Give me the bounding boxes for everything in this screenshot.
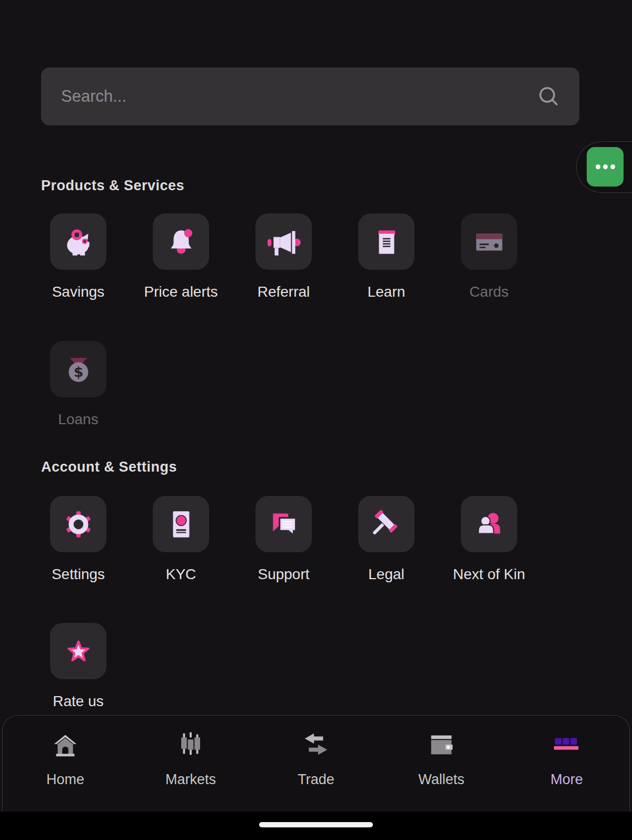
tile-cards[interactable]: Cards bbox=[461, 213, 517, 300]
search-bar[interactable] bbox=[41, 67, 579, 125]
trade-icon bbox=[300, 730, 332, 759]
nav-item-trade[interactable]: Trade bbox=[253, 730, 379, 812]
referral-icon bbox=[266, 224, 301, 259]
nav-item-wallets[interactable]: Wallets bbox=[379, 730, 504, 812]
nav-label: Home bbox=[46, 771, 84, 788]
tile-savings[interactable]: Savings bbox=[50, 213, 106, 300]
section-title-products: Products & Services bbox=[41, 178, 184, 194]
account-row-1: Settings KYC bbox=[50, 496, 517, 583]
floating-actions-pill bbox=[576, 141, 632, 193]
tile-label: Next of Kin bbox=[453, 566, 525, 583]
cards-icon bbox=[472, 224, 507, 259]
tile-label: Settings bbox=[52, 566, 105, 583]
price-alerts-icon bbox=[164, 224, 199, 259]
nav-item-markets[interactable]: Markets bbox=[128, 730, 253, 812]
nav-label: Markets bbox=[165, 771, 216, 788]
ellipsis-icon bbox=[596, 164, 615, 169]
tile-label: Rate us bbox=[53, 693, 104, 710]
learn-icon bbox=[369, 224, 404, 259]
more-icon bbox=[550, 730, 583, 759]
wallets-icon bbox=[425, 730, 458, 759]
legal-icon bbox=[369, 507, 404, 542]
search-icon bbox=[537, 85, 559, 108]
tile-learn[interactable]: Learn bbox=[358, 213, 414, 300]
tile-rate-us[interactable]: Rate us bbox=[50, 623, 106, 710]
home-indicator[interactable] bbox=[259, 822, 373, 827]
tile-next-of-kin[interactable]: Next of Kin bbox=[461, 496, 517, 583]
more-page: Products & Services Savings bbox=[0, 0, 632, 840]
section-title-account: Account & Settings bbox=[41, 459, 177, 475]
rate-us-icon bbox=[61, 634, 96, 669]
tile-referral[interactable]: Referral bbox=[255, 213, 312, 300]
tile-settings[interactable]: Settings bbox=[50, 496, 106, 583]
account-row-2: Rate us bbox=[50, 623, 106, 710]
gesture-strip bbox=[0, 812, 632, 840]
support-icon bbox=[266, 507, 301, 542]
tile-label: Loans bbox=[58, 411, 98, 428]
products-row-2: $ Loans bbox=[50, 341, 106, 428]
bottom-nav: Home Markets Trade bbox=[2, 715, 630, 812]
tile-price-alerts[interactable]: Price alerts bbox=[153, 213, 209, 300]
tile-label: Price alerts bbox=[144, 284, 218, 300]
tile-legal[interactable]: Legal bbox=[358, 496, 414, 583]
tile-label: Support bbox=[258, 566, 309, 583]
nav-item-home[interactable]: Home bbox=[3, 730, 128, 812]
tile-support[interactable]: Support bbox=[255, 496, 312, 583]
search-input[interactable] bbox=[61, 87, 537, 106]
tile-label: Savings bbox=[52, 284, 105, 300]
svg-text:$: $ bbox=[73, 364, 83, 380]
tile-label: Learn bbox=[368, 284, 406, 300]
quick-actions-button[interactable] bbox=[587, 147, 624, 187]
products-row-1: Savings Price alerts bbox=[50, 213, 517, 300]
nav-label: More bbox=[550, 771, 583, 788]
nav-item-more[interactable]: More bbox=[504, 730, 629, 812]
tile-loans[interactable]: $ Loans bbox=[50, 341, 106, 428]
tile-label: Legal bbox=[368, 566, 404, 583]
kyc-icon bbox=[164, 507, 199, 542]
savings-icon bbox=[61, 224, 96, 259]
tile-label: Referral bbox=[258, 284, 310, 300]
tile-label: KYC bbox=[166, 566, 196, 583]
markets-icon bbox=[174, 730, 207, 759]
nav-label: Trade bbox=[298, 771, 334, 788]
next-of-kin-icon bbox=[472, 507, 507, 542]
home-icon bbox=[49, 730, 82, 759]
tile-label: Cards bbox=[469, 284, 509, 300]
loans-icon: $ bbox=[61, 352, 96, 387]
settings-icon bbox=[61, 507, 96, 542]
nav-label: Wallets bbox=[418, 771, 465, 788]
tile-kyc[interactable]: KYC bbox=[153, 496, 209, 583]
